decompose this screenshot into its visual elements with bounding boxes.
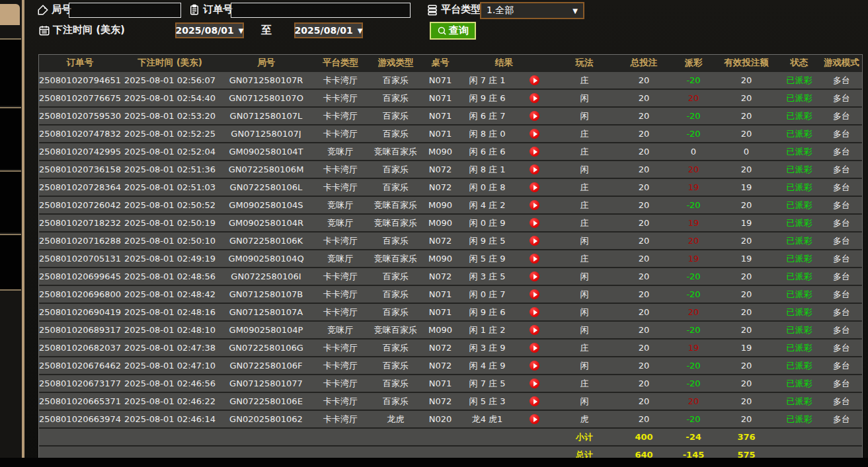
payout-cell: -20 [670,201,717,209]
game-number-cell: GM0902580104S [219,201,313,209]
payout-cell: 20 [670,397,717,406]
play-video-icon[interactable] [530,111,539,121]
column-header: 总投注 [617,58,670,67]
order-no-input[interactable] [231,3,411,18]
platform-label: 平台类型 [441,3,481,16]
status-cell: 已派彩 [776,94,822,102]
play-type-cell: 庄 [551,76,617,85]
valid-bet-cell: 20 [717,236,776,245]
column-header: 平台类型 [313,58,368,67]
game-mode-cell: 多台 [822,147,861,156]
status-cell: 已派彩 [776,201,822,209]
bet-time-cell: 2025-08-01 02:52:04 [121,147,219,156]
play-video-icon[interactable] [530,378,539,388]
total-bet-cell: 20 [617,379,670,388]
payout-cell: 19 [670,343,717,352]
play-video-icon[interactable] [530,343,539,353]
column-header: 订单号 [39,58,121,67]
valid-bet-cell: 20 [717,308,776,316]
replay-cell [518,361,551,371]
status-cell: 已派彩 [776,379,822,388]
play-video-icon[interactable] [530,200,539,210]
game-no-input[interactable] [69,3,181,18]
background-menu-item [0,38,21,106]
play-type-cell: 闲 [551,272,617,281]
background-menu-item [0,170,21,233]
replay-cell [518,378,551,388]
payout-cell: -20 [670,379,717,388]
valid-bet-cell: 20 [717,112,776,120]
payout-cell: -20 [670,415,717,423]
order-number-cell: 250801020682037 [39,343,121,352]
bet-time-label-group: 下注时间 (美东) [38,24,125,36]
payout-cell: -20 [670,290,717,299]
game-type-cell: 百家乐 [368,112,424,120]
status-cell: 已派彩 [776,112,822,120]
order-number-cell: 250801020726042 [39,201,121,209]
bet-time-cell: 2025-08-01 02:48:42 [121,290,219,299]
payout-cell: -20 [670,76,717,85]
total-bet-cell: 20 [617,112,670,120]
search-button[interactable]: 查询 [430,22,476,40]
order-number-cell: 250801020736158 [39,165,121,174]
game-mode-cell: 多台 [822,112,861,120]
subtotal-row-label: 小计 [551,433,617,441]
table-number-cell: N072 [424,183,457,192]
game-type-cell: 百家乐 [368,165,424,174]
play-video-icon[interactable] [530,164,539,174]
play-video-icon[interactable] [530,254,539,264]
table-number-cell: M090 [424,201,457,209]
play-video-icon[interactable] [530,271,539,281]
play-video-icon[interactable] [530,93,539,103]
play-video-icon[interactable] [530,129,539,139]
play-video-icon[interactable] [530,325,539,335]
column-header: 状态 [776,58,822,67]
platform-select[interactable]: 1.全部 ▼ [480,2,584,19]
play-video-icon[interactable] [530,218,539,228]
play-video-icon[interactable] [530,75,539,85]
play-type-cell: 庄 [551,379,617,388]
total-bet-cell: 20 [617,361,670,370]
play-video-icon[interactable] [530,147,539,157]
result-cell: 闲 9 庄 5 [457,236,518,245]
column-header: 游戏类型 [368,58,424,67]
bet-time-cell: 2025-08-01 02:48:16 [121,308,219,316]
result-cell: 闲 7 庄 5 [457,379,518,388]
result-cell: 闲 6 庄 7 [457,112,518,120]
column-header: 桌号 [424,58,457,67]
game-mode-cell: 多台 [822,201,861,209]
platform-cell: 卡卡湾厅 [313,236,368,245]
valid-bet-cell: 19 [717,343,776,352]
bet-time-cell: 2025-08-01 02:50:10 [121,236,219,245]
play-video-icon[interactable] [530,182,539,192]
date-to-value: 2025/08/01 [295,25,353,36]
replay-cell [518,236,551,246]
status-cell: 已派彩 [776,76,822,85]
total-bet-cell: 20 [617,308,670,316]
chevron-down-icon: ▼ [358,27,363,34]
payout-cell: 0 [670,147,717,156]
date-to-picker[interactable]: 2025/08/01 ▼ [294,22,363,38]
date-from-picker[interactable]: 2025/08/01 ▼ [175,22,244,38]
total-bet-cell: 20 [617,201,670,209]
total-bet-cell: 20 [617,76,670,85]
payout-cell: -20 [670,326,717,334]
search-button-label: 查询 [449,24,469,37]
table-number-cell: N072 [424,343,457,352]
valid-bet-cell: 20 [717,326,776,334]
play-video-icon[interactable] [530,396,539,406]
game-mode-cell: 多台 [822,236,861,245]
play-video-icon[interactable] [530,414,539,424]
play-type-cell: 虎 [551,415,617,423]
result-cell: 闲 1 庄 2 [457,326,518,334]
game-number-cell: GM0902580104Q [219,254,313,263]
play-video-icon[interactable] [530,289,539,299]
play-video-icon[interactable] [530,236,539,246]
table-row: 2508010207051312025-08-01 02:49:19GM0902… [39,249,862,267]
result-cell: 闲 7 庄 1 [457,76,518,85]
game-mode-cell: 多台 [822,219,861,227]
table-row: 2508010207260422025-08-01 02:50:52GM0902… [39,196,862,213]
play-video-icon[interactable] [530,361,539,371]
play-video-icon[interactable] [530,307,539,317]
order-number-cell: 250801020699645 [39,272,121,281]
